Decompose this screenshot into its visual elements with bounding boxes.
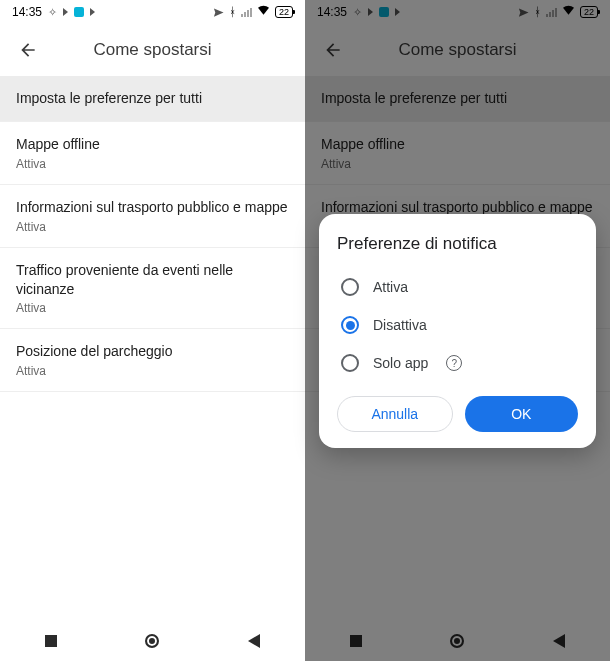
wifi-icon: [562, 5, 575, 19]
battery-icon: 22: [580, 6, 598, 18]
dnd-icon: ✧: [48, 6, 57, 19]
location-icon: [213, 7, 224, 18]
app-indicator-icon: [74, 7, 84, 17]
settings-item-title: Imposta le preferenze per tutti: [16, 89, 289, 108]
page-title: Come spostarsi: [353, 40, 602, 60]
dialog-title: Preferenze di notifica: [337, 234, 578, 254]
settings-item-subtitle: Attiva: [16, 220, 289, 234]
play-icon: [368, 8, 373, 16]
radio-option[interactable]: Attiva: [337, 268, 578, 306]
status-time: 14:35: [317, 5, 347, 19]
settings-item[interactable]: Imposta le preferenze per tutti: [0, 76, 305, 122]
nav-bar: [305, 621, 610, 661]
settings-item[interactable]: Informazioni sul trasporto pubblico e ma…: [0, 185, 305, 248]
settings-item[interactable]: Mappe offlineAttiva: [0, 122, 305, 185]
location-icon: [518, 7, 529, 18]
nav-back-button[interactable]: [243, 630, 265, 652]
settings-item-subtitle: Attiva: [16, 364, 289, 378]
app-header: Come spostarsi: [305, 24, 610, 76]
ok-button[interactable]: OK: [465, 396, 579, 432]
radio-icon: [341, 278, 359, 296]
notification-preferences-dialog: Preferenze di notifica AttivaDisattivaSo…: [319, 214, 596, 448]
settings-item-title: Mappe offline: [16, 135, 289, 154]
nav-back-button[interactable]: [548, 630, 570, 652]
radio-label: Solo app: [373, 355, 428, 371]
help-icon[interactable]: ?: [446, 355, 462, 371]
settings-item-title: Imposta le preferenze per tutti: [321, 89, 594, 108]
radio-label: Attiva: [373, 279, 408, 295]
nav-home-button[interactable]: [446, 630, 468, 652]
bluetooth-icon: ᚼ: [534, 5, 541, 19]
radio-icon: [341, 316, 359, 334]
dialog-actions: Annulla OK: [337, 396, 578, 432]
app-header: Come spostarsi: [0, 24, 305, 76]
settings-list: Imposta le preferenze per tuttiMappe off…: [0, 76, 305, 621]
circle-icon: [450, 634, 464, 648]
settings-item-title: Posizione del parcheggio: [16, 342, 289, 361]
settings-item[interactable]: Posizione del parcheggioAttiva: [0, 329, 305, 392]
settings-item-subtitle: Attiva: [321, 157, 594, 171]
settings-item-title: Mappe offline: [321, 135, 594, 154]
play-icon-2: [395, 8, 400, 16]
screen-left: 14:35 ✧ ᚼ 22 Come spostarsi Imposta le p…: [0, 0, 305, 661]
back-arrow-icon: [18, 40, 38, 60]
cancel-button[interactable]: Annulla: [337, 396, 453, 432]
dialog-options: AttivaDisattivaSolo app?: [337, 268, 578, 382]
square-icon: [45, 635, 57, 647]
settings-item-subtitle: Attiva: [16, 157, 289, 171]
battery-icon: 22: [275, 6, 293, 18]
signal-icon: [241, 8, 252, 17]
triangle-icon: [553, 634, 565, 648]
settings-item-title: Informazioni sul trasporto pubblico e ma…: [16, 198, 289, 217]
radio-icon: [341, 354, 359, 372]
nav-recents-button[interactable]: [40, 630, 62, 652]
radio-option[interactable]: Solo app?: [337, 344, 578, 382]
play-icon: [63, 8, 68, 16]
page-title: Come spostarsi: [48, 40, 297, 60]
nav-bar: [0, 621, 305, 661]
settings-item[interactable]: Traffico proveniente da eventi nelle vic…: [0, 248, 305, 330]
square-icon: [350, 635, 362, 647]
back-arrow-icon: [323, 40, 343, 60]
circle-icon: [145, 634, 159, 648]
settings-item-title: Traffico proveniente da eventi nelle vic…: [16, 261, 289, 299]
dnd-icon: ✧: [353, 6, 362, 19]
status-bar: 14:35 ✧ ᚼ 22: [305, 0, 610, 24]
nav-recents-button[interactable]: [345, 630, 367, 652]
status-time: 14:35: [12, 5, 42, 19]
app-indicator-icon: [379, 7, 389, 17]
bluetooth-icon: ᚼ: [229, 5, 236, 19]
play-icon-2: [90, 8, 95, 16]
wifi-icon: [257, 5, 270, 19]
radio-label: Disattiva: [373, 317, 427, 333]
screen-right: 14:35 ✧ ᚼ 22 Come spostarsi Imposta le p…: [305, 0, 610, 661]
settings-item-subtitle: Attiva: [16, 301, 289, 315]
nav-home-button[interactable]: [141, 630, 163, 652]
status-bar: 14:35 ✧ ᚼ 22: [0, 0, 305, 24]
signal-icon: [546, 8, 557, 17]
back-button[interactable]: [8, 30, 48, 70]
settings-item[interactable]: Imposta le preferenze per tutti: [305, 76, 610, 122]
settings-item[interactable]: Mappe offlineAttiva: [305, 122, 610, 185]
radio-option[interactable]: Disattiva: [337, 306, 578, 344]
triangle-icon: [248, 634, 260, 648]
back-button[interactable]: [313, 30, 353, 70]
